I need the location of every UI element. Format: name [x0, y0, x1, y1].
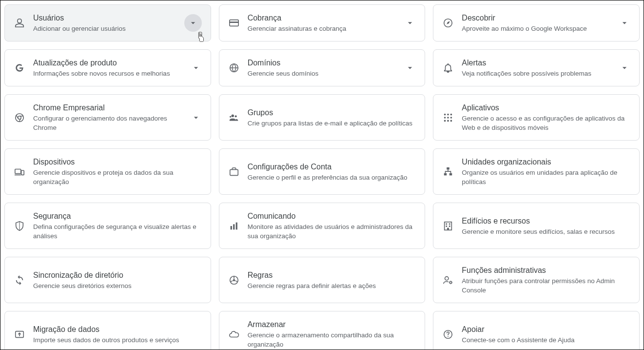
card-text: ComunicandoMonitore as atividades de usu…: [248, 211, 416, 241]
card-configuracoes-de-conta[interactable]: Configurações de ContaGerencie o perfil …: [219, 148, 426, 195]
card-alertas[interactable]: AlertasVeja notificações sobre possíveis…: [433, 49, 640, 86]
expand-chevron-icon[interactable]: [404, 62, 416, 74]
svg-point-13: [447, 117, 449, 119]
card-description: Monitore as atividades de usuários e adm…: [248, 222, 416, 241]
expand-chevron-icon[interactable]: [404, 17, 416, 29]
card-text: ArmazenarGerencie o armazenamento compar…: [248, 319, 416, 349]
card-description: Configurar o gerenciamento dos navegador…: [33, 114, 182, 132]
cloud-icon: [228, 329, 240, 340]
card-title: Regras: [248, 270, 416, 281]
card-description: Gerencie seus domínios: [248, 69, 397, 78]
card-description: Gerencie seus diretórios externos: [33, 281, 202, 290]
card-atualizacoes-de-produto[interactable]: Atualizações de produtoInformações sobre…: [4, 49, 211, 86]
help-icon: [442, 329, 454, 340]
card-text: Edifícios e recursosGerencie e monitore …: [462, 216, 630, 236]
card-description: Crie grupos para listas de e-mail e apli…: [248, 119, 416, 128]
card-apoiar[interactable]: ApoiarConecte-se com o Assistente de Aju…: [433, 311, 640, 350]
card-description: Gerencie dispositivos e proteja os dados…: [33, 168, 202, 186]
card-text: SegurançaDefina configurações de seguran…: [33, 211, 202, 241]
card-description: Gerencie o perfil e as preferências da s…: [248, 173, 416, 182]
chrome-icon: [14, 112, 25, 124]
card-title: Aplicativos: [462, 103, 630, 113]
svg-point-14: [450, 117, 452, 119]
card-title: Unidades organizacionais: [462, 157, 630, 167]
devices-icon: [14, 166, 25, 178]
svg-point-9: [444, 113, 446, 115]
card-dispositivos[interactable]: DispositivosGerencie dispositivos e prot…: [4, 148, 211, 195]
card-title: Funções administrativas: [462, 265, 630, 276]
groups-icon: [228, 112, 240, 124]
svg-point-37: [450, 281, 452, 283]
svg-point-6: [231, 114, 234, 117]
card-title: Atualizações de produto: [33, 58, 182, 68]
briefcase-icon: [228, 166, 240, 178]
google-g-icon: [14, 62, 25, 74]
card-text: RegrasGerencie regras para definir alert…: [248, 270, 416, 290]
card-usuarios[interactable]: UsuáriosAdicionar ou gerenciar usuários: [4, 4, 211, 41]
expand-chevron-icon[interactable]: [184, 14, 202, 32]
card-title: Segurança: [33, 211, 202, 222]
card-text: Funções administrativasAtribuir funções …: [462, 265, 630, 295]
card-text: AlertasVeja notificações sobre possíveis…: [462, 58, 611, 78]
svg-point-15: [444, 120, 446, 122]
card-descobrir[interactable]: DescobrirAproveite ao máximo o Google Wo…: [433, 4, 640, 41]
card-text: Sincronização de diretórioGerencie seus …: [33, 270, 202, 290]
svg-point-12: [444, 117, 446, 119]
card-title: Apoiar: [462, 324, 630, 335]
card-title: Migração de dados: [33, 324, 202, 335]
svg-rect-33: [447, 227, 449, 230]
svg-rect-23: [444, 173, 447, 175]
card-description: Atribuir funções para controlar permissõ…: [462, 276, 630, 295]
svg-point-10: [447, 113, 449, 115]
card-seguranca[interactable]: SegurançaDefina configurações de seguran…: [4, 203, 211, 249]
svg-rect-24: [449, 173, 452, 175]
globe-icon: [228, 62, 240, 74]
card-title: Sincronização de diretório: [33, 270, 202, 281]
card-text: Chrome EmpresarialConfigurar o gerenciam…: [33, 103, 182, 132]
card-title: Domínios: [248, 58, 397, 68]
card-migracao-de-dados[interactable]: Migração de dadosImporte seus dados de o…: [4, 311, 211, 350]
card-description: Adicionar ou gerenciar usuários: [33, 24, 176, 33]
card-title: Descobrir: [462, 13, 611, 23]
card-description: Gerencie o armazenamento compartilhado d…: [248, 330, 416, 349]
card-description: Gerencie o acesso e as configurações de …: [462, 114, 630, 132]
card-description: Conecte-se com o Assistente de Ajuda: [462, 335, 630, 345]
svg-rect-1: [229, 21, 238, 23]
svg-rect-32: [449, 226, 450, 227]
expand-chevron-icon[interactable]: [190, 112, 202, 124]
card-title: Chrome Empresarial: [33, 103, 182, 113]
card-chrome-empresarial[interactable]: Chrome EmpresarialConfigurar o gerenciam…: [4, 94, 211, 141]
svg-point-7: [234, 115, 236, 117]
svg-rect-21: [230, 169, 238, 175]
svg-point-36: [445, 276, 449, 280]
card-sincronizacao-de-diretorio[interactable]: Sincronização de diretórioGerencie seus …: [4, 257, 211, 303]
card-armazenar[interactable]: ArmazenarGerencie o armazenamento compar…: [219, 311, 426, 350]
expand-chevron-icon[interactable]: [619, 62, 630, 74]
upload-box-icon: [14, 329, 25, 340]
svg-rect-22: [447, 167, 450, 169]
svg-rect-27: [235, 222, 237, 229]
card-aplicativos[interactable]: AplicativosGerencie o acesso e as config…: [433, 94, 640, 141]
card-dominios[interactable]: DomíniosGerencie seus domínios: [219, 49, 426, 86]
expand-chevron-icon[interactable]: [190, 62, 202, 74]
card-regras[interactable]: RegrasGerencie regras para definir alert…: [219, 257, 426, 303]
card-edificios-e-recursos[interactable]: Edifícios e recursosGerencie e monitore …: [433, 203, 640, 249]
card-description: Gerencie regras para definir alertas e a…: [248, 281, 416, 290]
card-text: AplicativosGerencie o acesso e as config…: [462, 103, 630, 132]
expand-chevron-icon[interactable]: [619, 17, 630, 29]
card-funcoes-administrativas[interactable]: Funções administrativasAtribuir funções …: [433, 257, 640, 303]
svg-rect-26: [233, 224, 234, 229]
org-tree-icon: [442, 166, 454, 178]
card-text: CobrançaGerenciar assinaturas e cobrança: [248, 13, 397, 33]
steering-icon: [228, 274, 240, 286]
card-comunicando[interactable]: ComunicandoMonitore as atividades de usu…: [219, 203, 426, 249]
card-grupos[interactable]: GruposCrie grupos para listas de e-mail …: [219, 94, 426, 141]
card-cobranca[interactable]: CobrançaGerenciar assinaturas e cobrança: [219, 4, 426, 41]
svg-point-16: [447, 120, 449, 122]
svg-rect-25: [230, 226, 232, 229]
card-title: Grupos: [248, 107, 416, 118]
card-text: Migração de dadosImporte seus dados de o…: [33, 324, 202, 345]
admin-role-icon: [442, 274, 454, 286]
card-unidades-organizacionais[interactable]: Unidades organizacionaisOrganize os usuá…: [433, 148, 640, 195]
card-description: Organize os usuários em unidades para ap…: [462, 168, 630, 186]
